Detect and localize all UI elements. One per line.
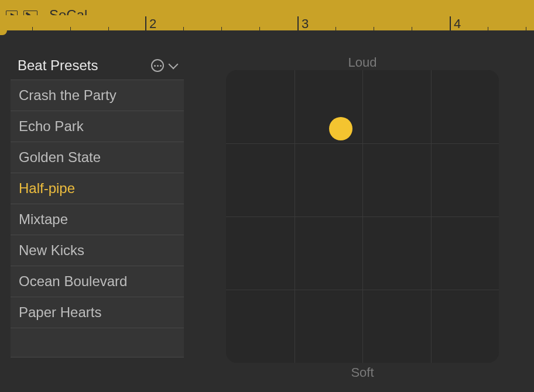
preset-item-echo-park[interactable]: Echo Park [11, 111, 184, 142]
preset-item-golden-state[interactable]: Golden State [11, 142, 184, 173]
preset-item-crash-the-party[interactable]: Crash the Party [11, 80, 184, 111]
preset-header: Beat Presets [11, 54, 184, 80]
preset-item-new-kicks[interactable]: New Kicks [11, 235, 184, 266]
axis-label-top: Loud [348, 55, 377, 70]
preset-item-half-pipe[interactable]: Half-pipe [11, 173, 184, 204]
more-icon[interactable] [151, 59, 164, 72]
preset-item-paper-hearts[interactable]: Paper Hearts [11, 297, 184, 328]
preset-item-mixtape[interactable]: Mixtape [11, 204, 184, 235]
ruler-number: 2 [149, 16, 156, 32]
preset-header-controls [151, 59, 177, 72]
main-content: Beat Presets Crash the Party Echo Park G… [0, 30, 534, 392]
xy-puck[interactable] [329, 117, 352, 140]
ruler-timeline[interactable]: 2 3 4 [0, 15, 534, 30]
chevron-down-icon[interactable] [169, 60, 179, 70]
preset-panel: Beat Presets Crash the Party Echo Park G… [11, 54, 184, 381]
preset-list: Crash the Party Echo Park Golden State H… [11, 80, 184, 357]
preset-item-ocean-boulevard[interactable]: Ocean Boulevard [11, 266, 184, 297]
ruler-number: 4 [454, 16, 461, 32]
ruler-bar[interactable]: SoCal 2 3 4 [0, 0, 534, 30]
xy-pad-container: Loud Soft Simple Complex [207, 54, 518, 381]
ruler-number: 3 [302, 16, 309, 32]
preset-item-empty [11, 328, 184, 357]
axis-label-bottom: Soft [351, 365, 374, 380]
preset-panel-title: Beat Presets [18, 57, 98, 74]
xy-pad[interactable] [226, 70, 499, 363]
